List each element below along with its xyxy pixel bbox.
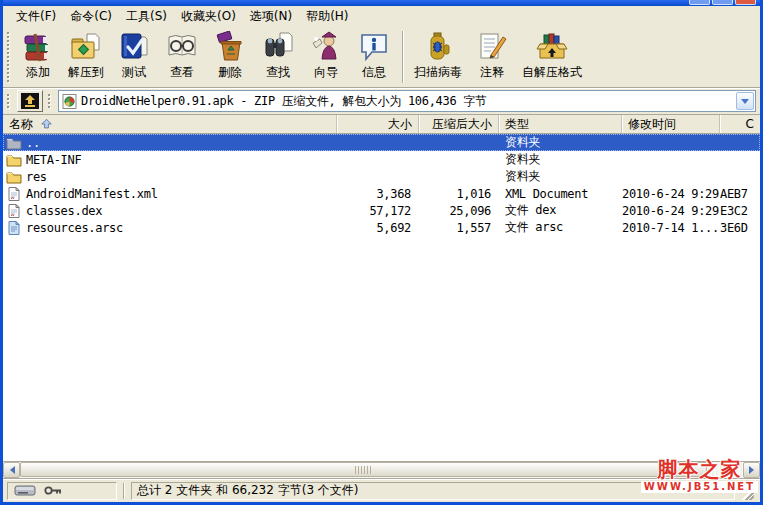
column-packed[interactable]: 压缩后大小	[419, 115, 499, 133]
sort-ascending-icon	[41, 118, 52, 130]
info-button[interactable]: 信息	[350, 28, 398, 83]
column-type[interactable]: 类型	[499, 115, 622, 133]
arrow-left-icon	[6, 466, 15, 474]
view-button-label: 查看	[170, 64, 194, 81]
statusbar-indicators	[7, 482, 117, 500]
list-item-classes-dex[interactable]: classes.dex 57,172 25,096 文件 dex 2010-6-…	[3, 202, 760, 219]
folder-icon	[6, 153, 22, 167]
name-cell: ..	[3, 136, 337, 150]
menu-commands[interactable]: 命令(C)	[63, 6, 119, 27]
find-icon	[262, 31, 294, 63]
scrollbar-thumb[interactable]	[20, 462, 707, 477]
column-modified[interactable]: 修改时间	[622, 115, 720, 133]
resize-grip[interactable]	[741, 487, 754, 500]
combobox-dropdown-button[interactable]	[736, 92, 754, 110]
file-name: ..	[26, 136, 40, 150]
addressbar-gripper[interactable]	[6, 93, 11, 109]
scan-virus-button-label: 扫描病毒	[414, 64, 462, 81]
file-name: res	[26, 170, 47, 184]
key-icon[interactable]	[44, 485, 63, 496]
file-name: resources.arsc	[26, 221, 123, 235]
delete-button-label: 删除	[218, 64, 242, 81]
scroll-left-button[interactable]	[3, 462, 20, 478]
column-modified-label: 修改时间	[628, 116, 676, 133]
column-size-label: 大小	[388, 116, 412, 133]
comment-button[interactable]: 注释	[468, 28, 516, 83]
toolbar: 添加 解压到 测试	[3, 26, 760, 88]
view-icon	[166, 31, 198, 63]
extract-to-button[interactable]: 解压到	[62, 28, 110, 83]
menu-tools[interactable]: 工具(S)	[119, 6, 174, 27]
file-type: 文件 dex	[499, 202, 622, 219]
file-type: 资料夹	[499, 134, 622, 151]
view-button[interactable]: 查看	[158, 28, 206, 83]
list-item-meta-inf[interactable]: META-INF 资料夹	[3, 151, 760, 168]
test-button[interactable]: 测试	[110, 28, 158, 83]
minimize-button[interactable]	[689, 0, 710, 5]
titlebar-strip	[3, 0, 760, 6]
column-type-label: 类型	[505, 116, 529, 133]
file-name: AndroidManifest.xml	[26, 187, 158, 201]
toolbar-separator	[402, 31, 404, 83]
file-name: META-INF	[26, 153, 81, 167]
drive-icon[interactable]	[14, 484, 36, 497]
delete-button[interactable]: 删除	[206, 28, 254, 83]
sfx-button[interactable]: 自解压格式	[516, 28, 588, 83]
scrollbar-track[interactable]	[20, 462, 743, 478]
sfx-button-label: 自解压格式	[522, 64, 582, 81]
name-cell: classes.dex	[3, 204, 337, 218]
column-packed-label: 压缩后大小	[432, 116, 492, 133]
column-crc[interactable]: C	[720, 115, 760, 133]
archive-path-combobox[interactable]: DroidNetHelper0.91.apk - ZIP 压缩文件, 解包大小为…	[58, 90, 756, 112]
close-button[interactable]	[735, 0, 756, 5]
menu-help[interactable]: 帮助(H)	[299, 6, 355, 27]
column-crc-label: C	[746, 117, 754, 131]
file-size: 3,368	[337, 187, 419, 201]
menu-options[interactable]: 选项(N)	[243, 6, 299, 27]
list-column-header: 名称 大小 压缩后大小 类型 修改时间 C	[3, 115, 760, 134]
file-size: 5,692	[337, 221, 419, 235]
list-item-resources-arsc[interactable]: resources.arsc 5,692 1,557 文件 arsc 2010-…	[3, 219, 760, 236]
file-type: 文件 arsc	[499, 219, 622, 236]
dex-file-icon	[6, 204, 22, 218]
arrow-right-icon	[749, 466, 758, 474]
list-item-parent-dir[interactable]: .. 资料夹	[3, 134, 760, 151]
name-cell: res	[3, 170, 337, 184]
up-one-level-button[interactable]	[17, 90, 43, 112]
statusbar: 总计 2 文件夹 和 66,232 字节(3 个文件)	[3, 478, 760, 502]
info-icon	[358, 31, 390, 63]
chevron-down-icon	[741, 99, 749, 108]
comment-button-label: 注释	[480, 64, 504, 81]
horizontal-scrollbar	[3, 461, 760, 478]
file-type: 资料夹	[499, 151, 622, 168]
sfx-icon	[536, 31, 568, 63]
maximize-button[interactable]	[712, 0, 733, 5]
menu-favorites[interactable]: 收藏夹(O)	[174, 6, 243, 27]
totals-text: 总计 2 文件夹 和 66,232 字节(3 个文件)	[137, 482, 359, 499]
add-button[interactable]: 添加	[14, 28, 62, 83]
list-item-res[interactable]: res 资料夹	[3, 168, 760, 185]
column-name[interactable]: 名称	[3, 115, 337, 133]
statusbar-separator	[123, 483, 125, 499]
find-button[interactable]: 查找	[254, 28, 302, 83]
scroll-right-button[interactable]	[743, 462, 760, 478]
wizard-icon	[310, 31, 342, 63]
test-icon	[118, 31, 150, 63]
archive-file-icon	[62, 94, 77, 109]
wizard-button-label: 向导	[314, 64, 338, 81]
file-list: .. 资料夹 META-INF 资料夹	[3, 134, 760, 461]
file-modified: 2010-6-24 9:29	[622, 187, 720, 201]
extract-to-button-label: 解压到	[68, 64, 104, 81]
extract-to-icon	[70, 31, 102, 63]
wizard-button[interactable]: 向导	[302, 28, 350, 83]
winrar-window: 文件(F) 命令(C) 工具(S) 收藏夹(O) 选项(N) 帮助(H) 添加	[0, 0, 763, 505]
list-item-androidmanifest[interactable]: AndroidManifest.xml 3,368 1,016 XML Docu…	[3, 185, 760, 202]
file-crc: E3C2	[720, 204, 760, 218]
menu-file[interactable]: 文件(F)	[9, 6, 63, 27]
toolbar-gripper[interactable]	[6, 31, 11, 84]
column-size[interactable]: 大小	[337, 115, 419, 133]
add-button-label: 添加	[26, 64, 50, 81]
folder-icon	[6, 170, 22, 184]
combobox-gripper[interactable]	[47, 93, 52, 109]
scan-virus-button[interactable]: 扫描病毒	[408, 28, 468, 83]
